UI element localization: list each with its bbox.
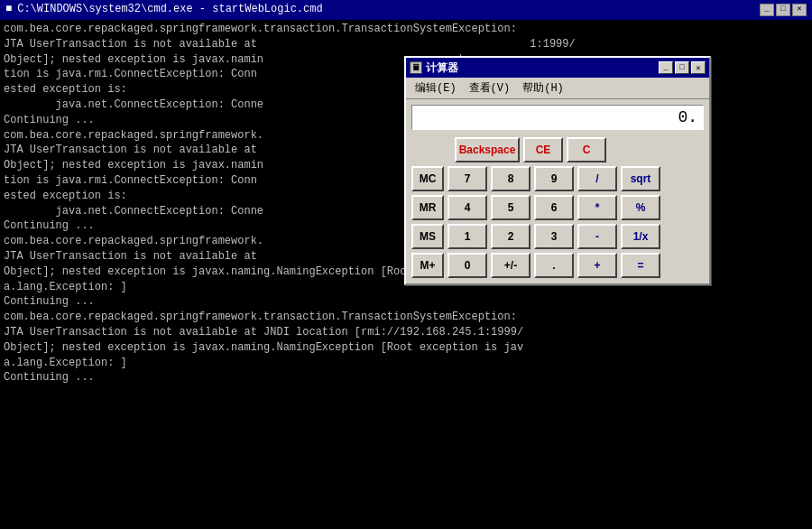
- calc-maximize-button[interactable]: □: [675, 61, 689, 74]
- calc-row-2: MC 7 8 9 / sqrt: [411, 166, 704, 191]
- cmd-line-19: Continuing ...: [4, 294, 808, 310]
- calc-6-button[interactable]: 6: [534, 195, 574, 220]
- calc-mc-button[interactable]: MC: [411, 166, 444, 191]
- calc-0-button[interactable]: 0: [448, 253, 487, 278]
- calc-menu-edit[interactable]: 编辑(E): [410, 79, 462, 97]
- calc-ce-button[interactable]: CE: [523, 137, 563, 162]
- calc-ms-button[interactable]: MS: [411, 224, 444, 249]
- calc-sqrt-button[interactable]: sqrt: [621, 166, 660, 191]
- calc-7-button[interactable]: 7: [448, 166, 487, 191]
- calc-reciprocal-button[interactable]: 1/x: [621, 224, 660, 249]
- calculator-window: 🖩 计算器 _ □ ✕ 编辑(E) 查看(V) 帮助(H) 0. Backspa…: [404, 56, 711, 285]
- calc-5-button[interactable]: 5: [491, 195, 531, 220]
- calc-subtract-button[interactable]: -: [577, 224, 617, 249]
- cmd-minimize-button[interactable]: _: [760, 4, 774, 16]
- calc-negate-button[interactable]: +/-: [491, 253, 531, 278]
- calc-titlebar-left: 🖩 计算器: [410, 60, 458, 76]
- calc-app-icon: 🖩: [410, 61, 422, 74]
- calc-percent-button[interactable]: %: [621, 195, 660, 220]
- calc-display-value: 0.: [678, 108, 697, 126]
- cmd-titlebar-left: ■ C:\WINDOWS\system32\cmd.exe - startWeb…: [5, 2, 323, 17]
- cmd-maximize-button[interactable]: □: [776, 4, 790, 16]
- calc-menubar: 编辑(E) 查看(V) 帮助(H): [406, 78, 709, 99]
- calc-buttons: Backspace CE C MC 7 8 9 / sqrt MR 4 5 6 …: [406, 134, 709, 283]
- calc-row-4: MS 1 2 3 - 1/x: [411, 224, 704, 249]
- cmd-line-20: com.bea.core.repackaged.springframework.…: [4, 310, 808, 325]
- calc-multiply-button[interactable]: *: [577, 195, 617, 220]
- cmd-icon: ■: [5, 2, 12, 17]
- calc-2-button[interactable]: 2: [491, 224, 531, 249]
- calc-row-1: Backspace CE C: [411, 137, 704, 162]
- cmd-line-23: a.lang.Exception: ]: [4, 356, 808, 371]
- calc-minimize-button[interactable]: _: [659, 61, 673, 74]
- cmd-line-21: JTA UserTransaction is not available at …: [4, 325, 808, 340]
- calc-menu-help[interactable]: 帮助(H): [517, 79, 569, 97]
- cmd-titlebar-buttons: _ □ ✕: [760, 4, 807, 16]
- cmd-title: C:\WINDOWS\system32\cmd.exe - startWebLo…: [17, 2, 322, 17]
- calc-backspace-button[interactable]: Backspace: [455, 137, 520, 162]
- calc-c-button[interactable]: C: [567, 137, 606, 162]
- calc-row-3: MR 4 5 6 * %: [411, 195, 704, 220]
- cmd-titlebar: ■ C:\WINDOWS\system32\cmd.exe - startWeb…: [0, 0, 812, 20]
- calc-mr-button[interactable]: MR: [411, 195, 444, 220]
- calc-titlebar: 🖩 计算器 _ □ ✕: [406, 58, 709, 78]
- calc-divide-button[interactable]: /: [577, 166, 617, 191]
- calc-9-button[interactable]: 9: [534, 166, 574, 191]
- calc-titlebar-buttons: _ □ ✕: [659, 61, 706, 74]
- calc-close-button[interactable]: ✕: [691, 61, 706, 74]
- cmd-line-22: Object]; nested exception is javax.namin…: [4, 340, 808, 356]
- calc-menu-view[interactable]: 查看(V): [464, 79, 516, 97]
- calc-display: 0.: [411, 105, 704, 130]
- calc-mplus-button[interactable]: M+: [411, 253, 444, 278]
- calc-4-button[interactable]: 4: [448, 195, 487, 220]
- calc-decimal-button[interactable]: .: [534, 253, 574, 278]
- calc-1-button[interactable]: 1: [448, 224, 487, 249]
- cmd-line-24: Continuing ...: [4, 370, 808, 385]
- cmd-line-2: JTA UserTransaction is not available at …: [4, 37, 808, 52]
- cmd-line-1: com.bea.core.repackaged.springframework.…: [4, 22, 808, 37]
- calc-add-button[interactable]: +: [577, 253, 617, 278]
- cmd-close-button[interactable]: ✕: [792, 4, 807, 16]
- calc-row-5: M+ 0 +/- . + =: [411, 253, 704, 278]
- calc-equals-button[interactable]: =: [621, 253, 660, 278]
- calc-8-button[interactable]: 8: [491, 166, 531, 191]
- calc-3-button[interactable]: 3: [534, 224, 574, 249]
- calc-placeholder-1: [411, 137, 451, 162]
- calc-title: 计算器: [426, 60, 458, 76]
